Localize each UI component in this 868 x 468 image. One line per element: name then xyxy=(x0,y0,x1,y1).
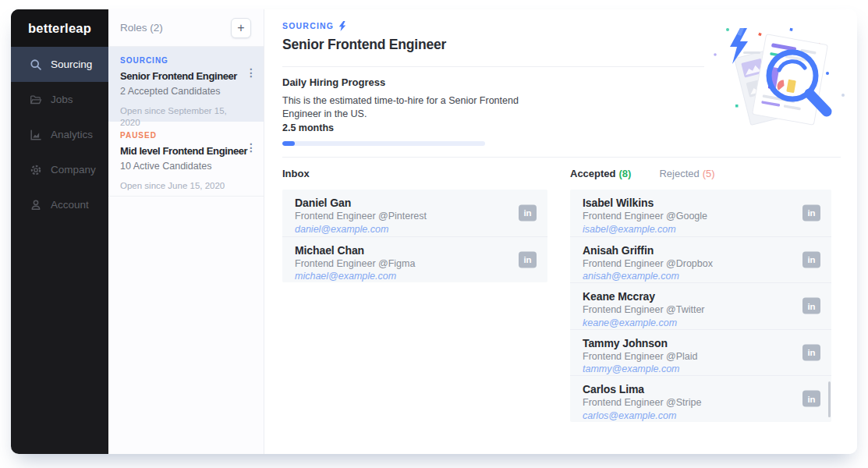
sidebar-item-label: Company xyxy=(51,164,96,176)
tab-count: (8) xyxy=(619,168,632,179)
sourcing-illustration xyxy=(704,11,852,128)
add-role-button[interactable]: + xyxy=(231,18,251,38)
search-icon xyxy=(29,58,42,71)
list-scrollbar-thumb[interactable] xyxy=(828,381,831,417)
candidate-role: Frontend Engineer @Stripe xyxy=(583,397,794,410)
accepted-list: Isabel Wilkins Frontend Engineer @Google… xyxy=(570,190,831,422)
role-title: Mid level Frontend Engineer xyxy=(120,144,243,158)
candidate-row[interactable]: Isabel Wilkins Frontend Engineer @Google… xyxy=(570,190,831,236)
progress-fill xyxy=(282,141,295,146)
plus-icon: + xyxy=(237,22,244,34)
review-column: Accepted (8) Rejected (5) Isabel Wilkins… xyxy=(570,167,831,422)
candidate-email[interactable]: anisah@example.com xyxy=(583,271,794,283)
sidebar-nav: Sourcing Jobs Analytics Company xyxy=(11,47,108,222)
tab-rejected[interactable]: Rejected (5) xyxy=(659,168,714,179)
candidate-row[interactable]: Tammy Johnson Frontend Engineer @Plaid t… xyxy=(570,329,831,376)
gear-icon xyxy=(29,163,42,176)
candidate-name: Carlos Lima xyxy=(583,382,794,396)
folder-icon xyxy=(29,93,42,106)
role-status-badge: SOURCING xyxy=(120,56,243,66)
sidebar-item-label: Account xyxy=(51,199,89,211)
lightning-bolt-icon xyxy=(338,21,346,31)
linkedin-icon[interactable]: in xyxy=(519,251,537,268)
role-status-badge: PAUSED xyxy=(120,131,243,140)
candidate-row[interactable]: Carlos Lima Frontend Engineer @Stripe ca… xyxy=(570,375,831,422)
app-window: betterleap Sourcing Jobs Analytics xyxy=(11,9,857,454)
section-divider xyxy=(282,157,841,158)
role-title: Senior Frontend Engineer xyxy=(120,69,243,83)
candidate-name: Keane Mccray xyxy=(583,289,794,303)
linkedin-icon[interactable]: in xyxy=(802,344,820,360)
sidebar-item-analytics[interactable]: Analytics xyxy=(11,117,108,152)
sidebar-item-label: Analytics xyxy=(51,129,93,140)
candidate-name: Daniel Gan xyxy=(295,196,510,210)
linkedin-icon[interactable]: in xyxy=(802,204,820,221)
roles-panel: Roles (2) + SOURCING Senior Frontend Eng… xyxy=(108,9,264,454)
inbox-heading: Inbox xyxy=(282,168,310,179)
linkedin-icon[interactable]: in xyxy=(802,391,820,407)
linkedin-icon[interactable]: in xyxy=(519,204,537,221)
candidate-row[interactable]: Daniel Gan Frontend Engineer @Pinterest … xyxy=(282,190,547,236)
role-subtitle: 10 Active Candidates xyxy=(120,160,243,172)
candidate-name: Anisah Griffin xyxy=(583,243,794,257)
linkedin-icon[interactable]: in xyxy=(802,298,820,314)
sidebar: betterleap Sourcing Jobs Analytics xyxy=(11,9,108,454)
tab-count: (5) xyxy=(703,168,715,179)
candidate-row[interactable]: Anisah Griffin Frontend Engineer @Dropbo… xyxy=(570,236,831,283)
main-content: SOURCING Senior Frontend Engineer Daily … xyxy=(264,9,857,454)
brand-logo: betterleap xyxy=(11,9,108,47)
sidebar-item-company[interactable]: Company xyxy=(11,152,108,187)
candidate-role: Frontend Engineer @Dropbox xyxy=(583,258,794,271)
progress-description: This is the estimated time-to-hire for a… xyxy=(282,94,551,120)
sidebar-item-sourcing[interactable]: Sourcing xyxy=(11,47,108,82)
person-icon xyxy=(29,198,42,211)
candidate-email[interactable]: carlos@example.com xyxy=(583,410,794,423)
candidate-email[interactable]: keane@example.com xyxy=(583,317,794,330)
chart-icon xyxy=(29,128,42,141)
role-card-mid-level-frontend[interactable]: PAUSED Mid level Frontend Engineer 10 Ac… xyxy=(108,122,264,197)
inbox-column: Inbox Daniel Gan Frontend Engineer @Pint… xyxy=(282,167,547,422)
role-menu-kebab-icon[interactable]: ⋮ xyxy=(246,67,257,78)
page-eyebrow: SOURCING xyxy=(282,21,334,30)
candidate-email[interactable]: tammy@example.com xyxy=(583,363,794,376)
sidebar-item-account[interactable]: Account xyxy=(11,187,108,222)
inbox-list: Daniel Gan Frontend Engineer @Pinterest … xyxy=(282,190,547,282)
candidate-name: Michael Chan xyxy=(295,243,510,257)
candidate-email[interactable]: daniel@example.com xyxy=(295,224,510,236)
role-subtitle: 2 Accepted Candidates xyxy=(120,85,243,98)
candidate-email[interactable]: michael@example.com xyxy=(295,271,510,283)
sidebar-item-label: Jobs xyxy=(51,94,73,105)
candidate-role: Frontend Engineer @Figma xyxy=(295,258,510,271)
candidate-email[interactable]: isabel@example.com xyxy=(583,224,794,236)
sidebar-item-jobs[interactable]: Jobs xyxy=(11,82,108,117)
roles-panel-header: Roles (2) + xyxy=(108,9,264,47)
candidate-row[interactable]: Michael Chan Frontend Engineer @Figma mi… xyxy=(282,236,547,283)
review-tabs: Accepted (8) Rejected (5) xyxy=(570,167,831,180)
roles-panel-title: Roles (2) xyxy=(120,22,163,34)
role-meta: Open since June 15, 2020 xyxy=(120,180,243,192)
candidate-role: Frontend Engineer @Google xyxy=(583,211,794,223)
candidate-columns: Inbox Daniel Gan Frontend Engineer @Pint… xyxy=(282,167,841,422)
role-card-senior-frontend[interactable]: SOURCING Senior Frontend Engineer 2 Acce… xyxy=(108,47,264,122)
tab-accepted[interactable]: Accepted (8) xyxy=(570,168,631,179)
candidate-role: Frontend Engineer @Twitter xyxy=(583,304,794,317)
sidebar-item-label: Sourcing xyxy=(51,58,92,70)
progress-bar xyxy=(282,141,485,146)
role-menu-kebab-icon[interactable]: ⋮ xyxy=(246,142,257,153)
linkedin-icon[interactable]: in xyxy=(802,251,820,268)
candidate-role: Frontend Engineer @Plaid xyxy=(583,351,794,363)
tab-label: Accepted xyxy=(570,168,616,179)
candidate-role: Frontend Engineer @Pinterest xyxy=(295,211,510,223)
candidate-name: Tammy Johnson xyxy=(583,336,794,350)
candidate-name: Isabel Wilkins xyxy=(583,196,794,210)
tab-label: Rejected xyxy=(659,168,699,179)
candidate-row[interactable]: Keane Mccray Frontend Engineer @Twitter … xyxy=(570,282,831,329)
